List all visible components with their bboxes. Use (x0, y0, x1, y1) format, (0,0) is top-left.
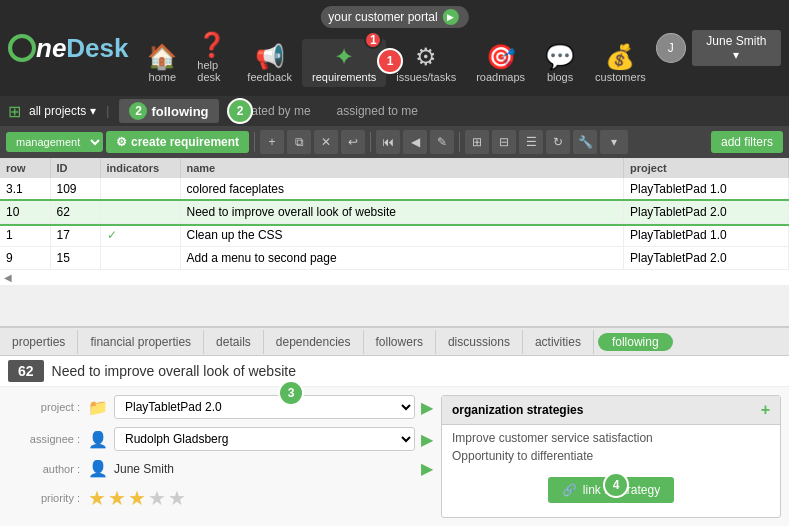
nav-item-feedback[interactable]: 📢 feedback (237, 39, 302, 87)
org-strategies-header: organization strategies + (442, 396, 780, 425)
toolbar-separator-1 (254, 132, 255, 152)
requirements-badge: 1 (364, 31, 382, 49)
toolbar-btn-undo[interactable]: ↩ (341, 130, 365, 154)
logo-desk: Desk (66, 33, 128, 64)
all-projects-button[interactable]: all projects ▾ (29, 104, 96, 118)
tab-following[interactable]: 2 following (119, 99, 218, 123)
table-row-selected[interactable]: 10 62 Need to improve overall look of we… (0, 201, 789, 224)
all-projects-grid-icon: ⊞ (8, 102, 21, 121)
all-projects-label: all projects (29, 104, 86, 118)
toolbar-btn-x[interactable]: ✕ (314, 130, 338, 154)
nav-item-home[interactable]: 🏠 home (137, 39, 187, 87)
link-to-strategy-button[interactable]: 🔗 link to strategy (548, 477, 674, 503)
tab-dependencies[interactable]: dependencies (264, 330, 364, 354)
nav-item-issues[interactable]: ⚙ issues/tasks (386, 39, 466, 87)
feedback-icon: 📢 (255, 43, 285, 71)
author-value-group: 👤 June Smith ▶ (88, 459, 433, 478)
assignee-row: assignee : 👤 Rudolph Gladsberg ▶ (8, 427, 433, 451)
created-by-me-tab[interactable]: created by me (225, 100, 321, 122)
requirements-table: row ID indicators name project 3.1 109 c… (0, 158, 789, 285)
project-nav-icon[interactable]: ▶ (421, 398, 433, 417)
priority-row: priority : ★ ★ ★ ★ ★ (8, 486, 433, 510)
nav-customers-label: customers (595, 71, 646, 83)
org-strategies-title: organization strategies (452, 403, 583, 417)
following-tab-label: following (151, 104, 208, 119)
tab-followers[interactable]: followers (364, 330, 436, 354)
star-2[interactable]: ★ (108, 486, 126, 510)
table-row[interactable]: 3.1 109 colored faceplates PlayTabletPad… (0, 178, 789, 201)
nav-item-blogs[interactable]: 💬 blogs (535, 39, 585, 87)
tab-discussions[interactable]: discussions (436, 330, 523, 354)
toolbar-btn-copy[interactable]: ⧉ (287, 130, 311, 154)
assignee-select[interactable]: Rudolph Gladsberg (114, 427, 415, 451)
assigned-to-me-tab[interactable]: assigned to me (327, 100, 428, 122)
tab-financial[interactable]: financial properties (78, 330, 204, 354)
author-person-icon: 👤 (88, 459, 108, 478)
toolbar-btn-grid2[interactable]: ⊟ (492, 130, 516, 154)
assignee-value-group: 👤 Rudolph Gladsberg ▶ (88, 427, 433, 451)
star-5[interactable]: ★ (168, 486, 186, 510)
user-menu-button[interactable]: June Smith ▾ (692, 30, 781, 66)
tab-properties[interactable]: properties (0, 330, 78, 354)
left-properties: project : 📁 PlayTabletPad 2.0 ▶ assignee… (8, 395, 433, 518)
create-req-label: create requirement (131, 135, 239, 149)
author-row: author : 👤 June Smith ▶ (8, 459, 433, 478)
star-3[interactable]: ★ (128, 486, 146, 510)
toolbar-btn-list[interactable]: ☰ (519, 130, 543, 154)
cell-id: 62 (50, 201, 100, 224)
toolbar-btn-skip-start[interactable]: ⏮ (376, 130, 400, 154)
nav-item-customers[interactable]: 💰 customers (585, 39, 656, 87)
following-badge-circle: 2 (129, 102, 147, 120)
create-requirement-button[interactable]: ⚙ create requirement (106, 131, 249, 153)
tab-activities[interactable]: activities (523, 330, 594, 354)
properties-area: project : 📁 PlayTabletPad 2.0 ▶ assignee… (0, 387, 789, 526)
sub-header: ⊞ all projects ▾ | 2 following created b… (0, 96, 789, 126)
table-row[interactable]: 1 17 ✓ Clean up the CSS PlayTabletPad 1.… (0, 224, 789, 247)
cell-row: 9 (0, 247, 50, 270)
toolbar-btn-plus[interactable]: + (260, 130, 284, 154)
tab-details[interactable]: details (204, 330, 264, 354)
project-select[interactable]: PlayTabletPad 2.0 (114, 395, 415, 419)
author-nav-icon[interactable]: ▶ (421, 459, 433, 478)
customer-portal-bubble[interactable]: your customer portal ▶ (320, 6, 468, 28)
toolbar-btn-grid1[interactable]: ⊞ (465, 130, 489, 154)
org-strategy-item-1: Improve customer service satisfaction (452, 431, 770, 445)
customers-icon: 💰 (605, 43, 635, 71)
link-icon: 🔗 (562, 483, 577, 497)
toolbar-btn-prev[interactable]: ◀ (403, 130, 427, 154)
table-row[interactable]: 9 15 Add a menu to second page PlayTable… (0, 247, 789, 270)
org-strategies-panel: organization strategies + Improve custom… (441, 395, 781, 518)
assignee-label: assignee : (8, 433, 80, 445)
add-filters-button[interactable]: add filters (711, 131, 783, 153)
nav-helpdesk-label: help desk (197, 59, 227, 83)
cell-name: Add a menu to second page (180, 247, 624, 270)
toolbar-btn-edit[interactable]: ✎ (430, 130, 454, 154)
requirements-icon: ✦ (334, 43, 354, 71)
toolbar-btn-refresh[interactable]: ↻ (546, 130, 570, 154)
add-strategy-button[interactable]: + (761, 401, 770, 419)
portal-arrow-icon: ▶ (443, 9, 459, 25)
cell-id: 17 (50, 224, 100, 247)
detail-panel: properties financial properties details … (0, 326, 789, 526)
detail-tab-bar: properties financial properties details … (0, 328, 789, 356)
assignee-nav-icon[interactable]: ▶ (421, 430, 433, 449)
star-4[interactable]: ★ (148, 486, 166, 510)
nav-item-requirements[interactable]: 1 ✦ requirements (302, 39, 386, 87)
star-1[interactable]: ★ (88, 486, 106, 510)
nav-item-helpdesk[interactable]: ❓ help desk (187, 27, 237, 87)
cell-project: PlayTabletPad 1.0 (624, 224, 789, 247)
assignee-person-icon: 👤 (88, 430, 108, 449)
tab-following-active[interactable]: following (598, 333, 673, 351)
priority-stars[interactable]: ★ ★ ★ ★ ★ (88, 486, 186, 510)
col-indicators: indicators (100, 158, 180, 178)
nav-item-roadmaps[interactable]: 🎯 roadmaps (466, 39, 535, 87)
logo-o-icon (8, 34, 36, 62)
scroll-left-arrow[interactable]: ◀ (0, 270, 789, 285)
toolbar-btn-wrench[interactable]: 🔧 (573, 130, 597, 154)
col-project: project (624, 158, 789, 178)
management-select[interactable]: management (6, 132, 103, 152)
project-label: project : (8, 401, 80, 413)
detail-header-row: 62 Need to improve overall look of websi… (0, 356, 789, 387)
link-strategy-wrapper: 🔗 link to strategy (442, 473, 780, 507)
toolbar-btn-more[interactable]: ▾ (600, 130, 628, 154)
